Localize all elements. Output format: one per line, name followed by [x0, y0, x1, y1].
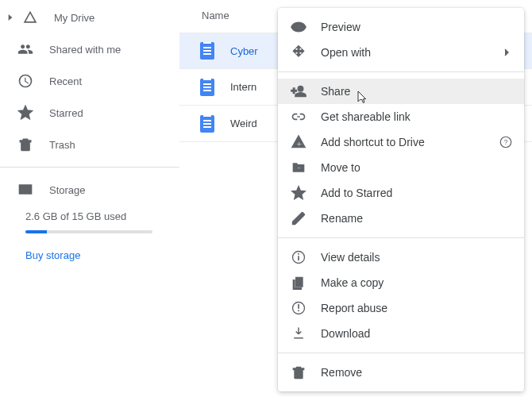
menu-item-preview[interactable]: Preview [278, 14, 524, 40]
doc-icon [200, 115, 214, 133]
menu-item-share[interactable]: Share [278, 79, 524, 104]
chevron-right-icon [500, 46, 513, 59]
sidebar-item-recent[interactable]: Recent [0, 65, 179, 97]
doc-icon [200, 79, 214, 96]
move-icon [291, 44, 306, 60]
menu-label: Add shortcut to Drive [321, 136, 425, 148]
help-icon[interactable]: ? [499, 135, 513, 149]
svg-rect-7 [298, 310, 299, 312]
sidebar-item-starred[interactable]: Starred [0, 97, 179, 129]
svg-rect-4 [298, 253, 299, 255]
svg-text:?: ? [504, 139, 508, 146]
menu-label: Rename [321, 212, 363, 225]
sidebar-item-label: Shared with me [49, 44, 121, 56]
sidebar-item-storage[interactable]: Storage [0, 174, 179, 206]
sidebar: My Drive Shared with me Recent Starred T… [0, 0, 179, 397]
storage-bar-fill [25, 230, 47, 233]
menu-item-add-starred[interactable]: Add to Starred [278, 180, 524, 206]
menu-item-add-shortcut[interactable]: Add shortcut to Drive ? [278, 129, 524, 155]
star-icon [291, 185, 306, 201]
menu-label: Open with [321, 46, 371, 59]
storage-bar [25, 230, 152, 233]
sidebar-item-label: Starred [49, 107, 83, 119]
clock-icon [16, 71, 35, 91]
people-icon [16, 40, 35, 59]
menu-label: Download [321, 327, 370, 340]
sidebar-item-trash[interactable]: Trash [0, 129, 179, 160]
drive-add-icon [291, 134, 306, 150]
menu-item-rename[interactable]: Rename [278, 206, 524, 231]
sidebar-item-my-drive[interactable]: My Drive [0, 2, 179, 33]
sidebar-item-label: My Drive [54, 12, 94, 24]
menu-label: Remove [321, 366, 362, 379]
sidebar-item-shared[interactable]: Shared with me [0, 33, 179, 65]
svg-rect-6 [298, 304, 299, 309]
star-icon [16, 103, 35, 122]
menu-label: Report abuse [321, 302, 387, 314]
download-icon [291, 326, 306, 341]
menu-item-remove[interactable]: Remove [278, 360, 524, 385]
folder-move-icon [291, 160, 306, 175]
file-name: Weird [230, 118, 257, 129]
divider [0, 167, 179, 168]
sidebar-item-label: Recent [49, 75, 82, 87]
trash-icon [291, 364, 306, 380]
menu-item-view-details[interactable]: View details [278, 245, 524, 270]
buy-storage-link[interactable]: Buy storage [25, 249, 179, 261]
file-name: Cyber [230, 45, 258, 57]
menu-item-move-to[interactable]: Move to [278, 155, 524, 180]
menu-label: Preview [321, 21, 360, 33]
storage-label: Storage [49, 184, 86, 196]
menu-item-open-with[interactable]: Open with [278, 40, 524, 65]
trash-icon [16, 135, 35, 154]
file-name: Intern [230, 81, 256, 93]
menu-label: Move to [321, 161, 360, 174]
drive-icon [21, 8, 40, 27]
menu-item-report-abuse[interactable]: Report abuse [278, 295, 524, 321]
menu-item-shareable-link[interactable]: Get shareable link [278, 104, 524, 129]
menu-label: Add to Starred [321, 187, 392, 199]
menu-label: Share [321, 85, 350, 98]
menu-label: View details [321, 251, 380, 264]
menu-separator [278, 237, 524, 238]
svg-rect-3 [298, 256, 299, 260]
storage-icon [16, 180, 35, 199]
menu-separator [278, 71, 524, 72]
menu-item-download[interactable]: Download [278, 321, 524, 346]
storage-usage-text: 2.6 GB of 15 GB used [25, 210, 179, 222]
info-icon [291, 249, 306, 265]
menu-item-make-copy[interactable]: Make a copy [278, 270, 524, 295]
sidebar-item-label: Trash [49, 139, 75, 151]
menu-separator [278, 353, 524, 353]
copy-icon [291, 275, 306, 291]
expand-arrow-icon[interactable] [5, 12, 16, 23]
menu-label: Get shareable link [321, 110, 411, 123]
pencil-icon [291, 210, 306, 226]
person-add-icon [291, 83, 306, 99]
context-menu: Preview Open with Share Get shareable li… [278, 8, 524, 391]
menu-label: Make a copy [321, 276, 384, 289]
eye-icon [291, 19, 306, 35]
report-icon [291, 300, 306, 316]
doc-icon [200, 42, 214, 60]
link-icon [291, 109, 306, 125]
